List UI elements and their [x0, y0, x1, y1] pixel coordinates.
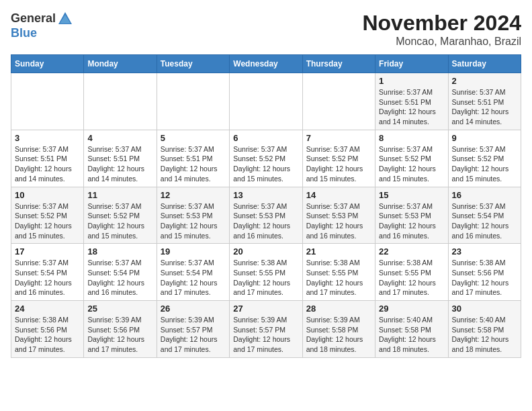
day-info: Sunrise: 5:37 AM Sunset: 5:51 PM Dayligh… [161, 144, 226, 184]
day-info: Sunrise: 5:37 AM Sunset: 5:53 PM Dayligh… [233, 201, 298, 241]
day-number: 5 [161, 133, 226, 143]
day-number: 4 [87, 133, 152, 143]
calendar-day-cell: 11Sunrise: 5:37 AM Sunset: 5:52 PM Dayli… [84, 187, 157, 244]
calendar-day-cell: 30Sunrise: 5:40 AM Sunset: 5:58 PM Dayli… [448, 301, 521, 358]
calendar-day-cell: 16Sunrise: 5:37 AM Sunset: 5:54 PM Dayli… [448, 187, 521, 244]
calendar-day-cell: 14Sunrise: 5:37 AM Sunset: 5:53 PM Dayli… [302, 187, 375, 244]
calendar-week-row: 3Sunrise: 5:37 AM Sunset: 5:51 PM Daylig… [11, 130, 521, 187]
month-title: November 2024 [362, 11, 521, 36]
logo-general: General [11, 12, 56, 26]
day-info: Sunrise: 5:38 AM Sunset: 5:56 PM Dayligh… [452, 258, 517, 298]
calendar-day-cell: 26Sunrise: 5:39 AM Sunset: 5:57 PM Dayli… [157, 301, 229, 358]
day-number: 16 [452, 190, 517, 200]
calendar-day-cell: 13Sunrise: 5:37 AM Sunset: 5:53 PM Dayli… [230, 187, 302, 244]
calendar-day-cell: 9Sunrise: 5:37 AM Sunset: 5:52 PM Daylig… [448, 130, 521, 187]
location-subtitle: Moncao, Maranhao, Brazil [362, 36, 521, 48]
calendar-table: SundayMondayTuesdayWednesdayThursdayFrid… [11, 54, 521, 358]
day-number: 9 [452, 133, 517, 143]
day-of-week-header: Wednesday [230, 55, 302, 73]
logo-icon [57, 11, 73, 27]
day-info: Sunrise: 5:38 AM Sunset: 5:55 PM Dayligh… [306, 258, 371, 298]
day-number: 27 [233, 304, 298, 314]
calendar-day-cell: 12Sunrise: 5:37 AM Sunset: 5:53 PM Dayli… [157, 187, 229, 244]
day-info: Sunrise: 5:37 AM Sunset: 5:52 PM Dayligh… [87, 201, 152, 241]
calendar-day-cell: 27Sunrise: 5:39 AM Sunset: 5:57 PM Dayli… [230, 301, 302, 358]
calendar-day-cell: 24Sunrise: 5:38 AM Sunset: 5:56 PM Dayli… [11, 301, 84, 358]
day-info: Sunrise: 5:37 AM Sunset: 5:52 PM Dayligh… [452, 144, 517, 184]
day-of-week-header: Friday [375, 55, 448, 73]
day-number: 22 [379, 246, 444, 257]
day-of-week-header: Saturday [448, 55, 521, 73]
day-number: 23 [452, 246, 517, 257]
calendar-day-cell: 19Sunrise: 5:37 AM Sunset: 5:54 PM Dayli… [157, 244, 229, 301]
day-info: Sunrise: 5:37 AM Sunset: 5:51 PM Dayligh… [379, 87, 444, 127]
calendar-day-cell [230, 73, 302, 130]
day-number: 26 [161, 304, 226, 314]
day-number: 20 [233, 246, 298, 257]
calendar-day-cell: 4Sunrise: 5:37 AM Sunset: 5:51 PM Daylig… [84, 130, 157, 187]
day-number: 3 [15, 133, 80, 143]
day-info: Sunrise: 5:37 AM Sunset: 5:53 PM Dayligh… [306, 201, 371, 241]
calendar-day-cell: 29Sunrise: 5:40 AM Sunset: 5:58 PM Dayli… [375, 301, 448, 358]
calendar-day-cell: 18Sunrise: 5:37 AM Sunset: 5:54 PM Dayli… [84, 244, 157, 301]
day-number: 25 [87, 304, 152, 314]
day-number: 29 [379, 304, 444, 314]
calendar-week-row: 24Sunrise: 5:38 AM Sunset: 5:56 PM Dayli… [11, 301, 521, 358]
day-info: Sunrise: 5:37 AM Sunset: 5:53 PM Dayligh… [379, 201, 444, 241]
page-header: General Blue November 2024 Moncao, Maran… [11, 11, 521, 48]
day-of-week-header: Tuesday [157, 55, 229, 73]
day-info: Sunrise: 5:39 AM Sunset: 5:57 PM Dayligh… [161, 315, 226, 355]
day-info: Sunrise: 5:37 AM Sunset: 5:52 PM Dayligh… [379, 144, 444, 184]
calendar-day-cell: 5Sunrise: 5:37 AM Sunset: 5:51 PM Daylig… [157, 130, 229, 187]
day-number: 30 [452, 304, 517, 314]
day-info: Sunrise: 5:37 AM Sunset: 5:52 PM Dayligh… [15, 201, 80, 241]
day-number: 28 [306, 304, 371, 314]
day-number: 17 [15, 246, 80, 257]
day-of-week-header: Sunday [11, 55, 84, 73]
day-info: Sunrise: 5:40 AM Sunset: 5:58 PM Dayligh… [379, 315, 444, 355]
day-number: 6 [233, 133, 298, 143]
day-info: Sunrise: 5:37 AM Sunset: 5:54 PM Dayligh… [161, 258, 226, 298]
day-number: 1 [379, 76, 444, 86]
day-info: Sunrise: 5:37 AM Sunset: 5:51 PM Dayligh… [87, 144, 152, 184]
calendar-day-cell: 21Sunrise: 5:38 AM Sunset: 5:55 PM Dayli… [302, 244, 375, 301]
day-number: 13 [233, 190, 298, 200]
title-block: November 2024 Moncao, Maranhao, Brazil [362, 11, 521, 48]
calendar-day-cell: 6Sunrise: 5:37 AM Sunset: 5:52 PM Daylig… [230, 130, 302, 187]
day-number: 21 [306, 246, 371, 257]
day-info: Sunrise: 5:39 AM Sunset: 5:57 PM Dayligh… [233, 315, 298, 355]
day-number: 10 [15, 190, 80, 200]
calendar-day-cell [302, 73, 375, 130]
calendar-day-cell [157, 73, 229, 130]
calendar-day-cell: 10Sunrise: 5:37 AM Sunset: 5:52 PM Dayli… [11, 187, 84, 244]
calendar-day-cell: 17Sunrise: 5:37 AM Sunset: 5:54 PM Dayli… [11, 244, 84, 301]
day-info: Sunrise: 5:37 AM Sunset: 5:53 PM Dayligh… [161, 201, 226, 241]
day-number: 8 [379, 133, 444, 143]
calendar-day-cell: 23Sunrise: 5:38 AM Sunset: 5:56 PM Dayli… [448, 244, 521, 301]
day-number: 24 [15, 304, 80, 314]
calendar-day-cell: 2Sunrise: 5:37 AM Sunset: 5:51 PM Daylig… [448, 73, 521, 130]
calendar-header-row: SundayMondayTuesdayWednesdayThursdayFrid… [11, 55, 521, 73]
day-info: Sunrise: 5:39 AM Sunset: 5:56 PM Dayligh… [87, 315, 152, 355]
day-number: 7 [306, 133, 371, 143]
day-number: 15 [379, 190, 444, 200]
day-info: Sunrise: 5:38 AM Sunset: 5:56 PM Dayligh… [15, 315, 80, 355]
day-info: Sunrise: 5:40 AM Sunset: 5:58 PM Dayligh… [452, 315, 517, 355]
calendar-day-cell [11, 73, 84, 130]
day-info: Sunrise: 5:37 AM Sunset: 5:52 PM Dayligh… [306, 144, 371, 184]
day-number: 18 [87, 246, 152, 257]
calendar-week-row: 10Sunrise: 5:37 AM Sunset: 5:52 PM Dayli… [11, 187, 521, 244]
day-of-week-header: Monday [84, 55, 157, 73]
logo: General Blue [11, 11, 73, 40]
calendar-day-cell: 28Sunrise: 5:39 AM Sunset: 5:58 PM Dayli… [302, 301, 375, 358]
calendar-day-cell: 25Sunrise: 5:39 AM Sunset: 5:56 PM Dayli… [84, 301, 157, 358]
day-number: 11 [87, 190, 152, 200]
calendar-day-cell: 3Sunrise: 5:37 AM Sunset: 5:51 PM Daylig… [11, 130, 84, 187]
calendar-day-cell: 1Sunrise: 5:37 AM Sunset: 5:51 PM Daylig… [375, 73, 448, 130]
day-of-week-header: Thursday [302, 55, 375, 73]
calendar-week-row: 1Sunrise: 5:37 AM Sunset: 5:51 PM Daylig… [11, 73, 521, 130]
calendar-week-row: 17Sunrise: 5:37 AM Sunset: 5:54 PM Dayli… [11, 244, 521, 301]
calendar-day-cell: 15Sunrise: 5:37 AM Sunset: 5:53 PM Dayli… [375, 187, 448, 244]
day-info: Sunrise: 5:37 AM Sunset: 5:51 PM Dayligh… [452, 87, 517, 127]
day-info: Sunrise: 5:37 AM Sunset: 5:52 PM Dayligh… [233, 144, 298, 184]
